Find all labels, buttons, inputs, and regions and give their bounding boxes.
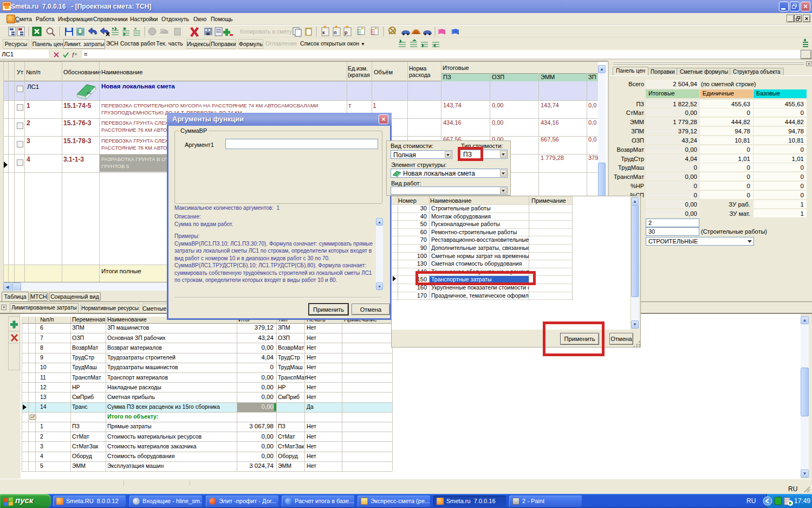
svg-text:x: x [75, 52, 77, 56]
svg-text:к: к [322, 30, 325, 35]
svg-text:Копировать в смету: Копировать в смету [240, 28, 293, 35]
svg-text:р: р [345, 30, 348, 35]
svg-text:п: п [334, 30, 336, 35]
